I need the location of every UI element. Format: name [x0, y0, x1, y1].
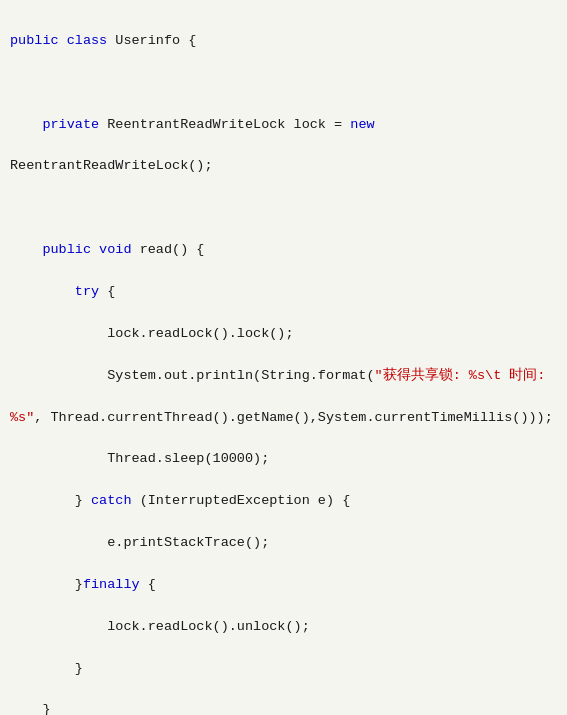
code-line: private ReentrantReadWriteLock lock = ne…	[10, 115, 557, 136]
code-line: } catch (InterruptedException e) {	[10, 491, 557, 512]
code-line: public void read() {	[10, 240, 557, 261]
code-line	[10, 73, 557, 94]
code-line: lock.readLock().lock();	[10, 324, 557, 345]
code-line: %s", Thread.currentThread().getName(),Sy…	[10, 408, 557, 429]
code-line: try {	[10, 282, 557, 303]
code-line: System.out.println(String.format("获得共享锁:…	[10, 366, 557, 387]
code-line: e.printStackTrace();	[10, 533, 557, 554]
code-line: }finally {	[10, 575, 557, 596]
code-line: lock.readLock().unlock();	[10, 617, 557, 638]
code-line: public class Userinfo {	[10, 31, 557, 52]
code-line: }	[10, 700, 557, 715]
code-line	[10, 198, 557, 219]
code-line: Thread.sleep(10000);	[10, 449, 557, 470]
code-line: }	[10, 659, 557, 680]
code-line: ReentrantReadWriteLock();	[10, 156, 557, 177]
code-block: public class Userinfo { private Reentran…	[0, 0, 567, 715]
